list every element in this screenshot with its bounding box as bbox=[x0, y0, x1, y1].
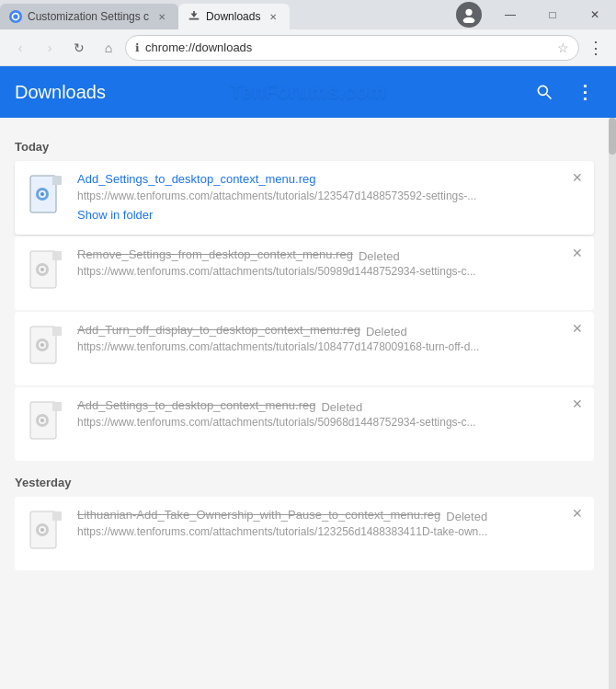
download-name-4: Add_Settings_to_desktop_context_menu.reg bbox=[77, 398, 315, 412]
header-icons: ⋮ bbox=[528, 75, 601, 109]
tab-customization[interactable]: Customization Settings c ✕ bbox=[0, 4, 178, 29]
download-url-4: https://www.tenforums.com/attachments/tu… bbox=[77, 416, 585, 429]
svg-point-32 bbox=[40, 419, 44, 422]
download-name-5: Lithuanian-Add_Take_Ownership_with_Pause… bbox=[77, 508, 440, 522]
scrollbar-track[interactable] bbox=[609, 118, 616, 689]
tab-downloads-label: Downloads bbox=[206, 10, 260, 23]
deleted-badge-5: Deleted bbox=[446, 510, 487, 523]
download-url-3: https://www.tenforums.com/attachments/tu… bbox=[77, 340, 585, 353]
svg-rect-17 bbox=[52, 251, 62, 260]
tab-bar: Customization Settings c ✕ Downloads ✕ bbox=[0, 0, 449, 29]
svg-rect-29 bbox=[52, 402, 62, 411]
download-item-1: Add_Settings_to_desktop_context_menu.reg… bbox=[15, 161, 594, 235]
deleted-badge-4: Deleted bbox=[321, 400, 362, 414]
svg-point-20 bbox=[40, 268, 44, 271]
window-controls: — □ ✕ bbox=[489, 0, 616, 29]
download-info-2: Remove_Settings_from_desktop_context_men… bbox=[77, 247, 585, 281]
title-bar: Customization Settings c ✕ Downloads ✕ —… bbox=[0, 0, 616, 29]
download-info-3: Add_Turn_off_display_to_desktop_context_… bbox=[77, 323, 585, 357]
user-avatar[interactable] bbox=[456, 2, 482, 28]
download-info-5: Lithuanian-Add_Take_Ownership_with_Pause… bbox=[77, 508, 585, 542]
reload-button[interactable]: ↻ bbox=[66, 35, 92, 61]
download-item-3: Add_Turn_off_display_to_desktop_context_… bbox=[15, 312, 594, 385]
main-content: Today Add_Settings_to_desktop_context_me… bbox=[0, 118, 616, 689]
dismiss-button-2[interactable]: ✕ bbox=[568, 244, 587, 262]
forward-button[interactable]: › bbox=[37, 35, 63, 61]
download-name-2: Remove_Settings_from_desktop_context_men… bbox=[77, 247, 353, 261]
tab-customization-close[interactable]: ✕ bbox=[154, 9, 169, 24]
svg-point-14 bbox=[40, 192, 44, 196]
scrollbar-thumb[interactable] bbox=[609, 118, 616, 155]
downloads-header: Downloads TenForums.com ⋮ bbox=[0, 66, 616, 118]
svg-rect-23 bbox=[52, 327, 62, 336]
svg-point-38 bbox=[40, 528, 44, 532]
svg-point-26 bbox=[40, 343, 44, 347]
file-icon-3 bbox=[24, 323, 68, 367]
dismiss-button-1[interactable]: ✕ bbox=[568, 168, 587, 187]
svg-rect-11 bbox=[52, 176, 62, 185]
svg-point-2 bbox=[13, 14, 17, 18]
download-item-4: Add_Settings_to_desktop_context_menu.reg… bbox=[15, 387, 594, 461]
download-info-1: Add_Settings_to_desktop_context_menu.reg… bbox=[77, 172, 585, 223]
user-icon-area bbox=[449, 2, 489, 28]
deleted-badge-3: Deleted bbox=[366, 325, 407, 339]
name-row-5: Lithuanian-Add_Take_Ownership_with_Pause… bbox=[77, 508, 585, 525]
file-icon-5 bbox=[24, 508, 68, 552]
scroll-area: Today Add_Settings_to_desktop_context_me… bbox=[0, 118, 609, 689]
download-url-1: https://www.tenforums.com/attachments/tu… bbox=[77, 189, 585, 202]
svg-point-5 bbox=[465, 9, 472, 16]
search-button[interactable] bbox=[528, 75, 561, 109]
section-today-heading: Today bbox=[15, 140, 594, 154]
svg-marker-4 bbox=[191, 11, 198, 17]
download-item-5: Lithuanian-Add_Take_Ownership_with_Pause… bbox=[15, 497, 594, 570]
home-button[interactable]: ⌂ bbox=[96, 35, 121, 61]
download-name-3: Add_Turn_off_display_to_desktop_context_… bbox=[77, 323, 360, 337]
dismiss-button-5[interactable]: ✕ bbox=[568, 504, 587, 522]
dismiss-button-4[interactable]: ✕ bbox=[568, 395, 587, 413]
downloads-title: Downloads bbox=[15, 82, 528, 103]
tab-customization-label: Customization Settings c bbox=[28, 10, 149, 23]
download-info-4: Add_Settings_to_desktop_context_menu.reg… bbox=[77, 398, 585, 432]
show-in-folder-1[interactable]: Show in folder bbox=[77, 208, 153, 222]
minimize-button[interactable]: — bbox=[489, 0, 531, 29]
info-icon: ℹ bbox=[135, 41, 140, 54]
svg-point-6 bbox=[463, 17, 475, 23]
chrome-icon bbox=[9, 10, 22, 23]
download-name-1[interactable]: Add_Settings_to_desktop_context_menu.reg bbox=[77, 172, 585, 186]
download-item-2: Remove_Settings_from_desktop_context_men… bbox=[15, 236, 594, 310]
bookmark-icon[interactable]: ☆ bbox=[557, 40, 569, 55]
section-yesterday-heading: Yesterday bbox=[15, 476, 594, 489]
download-url-5: https://www.tenforums.com/attachments/tu… bbox=[77, 525, 585, 538]
file-icon-1 bbox=[24, 172, 68, 216]
dismiss-button-3[interactable]: ✕ bbox=[568, 319, 587, 338]
more-actions-button[interactable]: ⋮ bbox=[568, 75, 601, 109]
name-row-4: Add_Settings_to_desktop_context_menu.reg… bbox=[77, 398, 585, 416]
download-tab-icon bbox=[188, 10, 200, 23]
svg-point-7 bbox=[538, 86, 547, 95]
download-url-2: https://www.tenforums.com/attachments/tu… bbox=[77, 265, 585, 278]
tab-downloads[interactable]: Downloads ✕ bbox=[178, 4, 290, 29]
file-icon-2 bbox=[24, 247, 68, 292]
svg-rect-3 bbox=[189, 18, 200, 20]
address-bar[interactable]: ℹ chrome://downloads ☆ bbox=[125, 35, 579, 61]
maximize-button[interactable]: □ bbox=[531, 0, 574, 29]
browser-menu-button[interactable]: ⋮ bbox=[583, 35, 609, 61]
close-button[interactable]: ✕ bbox=[574, 0, 616, 29]
tab-downloads-close[interactable]: ✕ bbox=[266, 9, 280, 24]
file-icon-4 bbox=[24, 398, 68, 442]
svg-rect-35 bbox=[52, 511, 62, 521]
name-row-3: Add_Turn_off_display_to_desktop_context_… bbox=[77, 323, 585, 340]
back-button[interactable]: ‹ bbox=[7, 35, 33, 61]
address-text: chrome://downloads bbox=[145, 40, 552, 54]
name-row-2: Remove_Settings_from_desktop_context_men… bbox=[77, 247, 585, 265]
svg-line-8 bbox=[547, 95, 552, 99]
deleted-badge-2: Deleted bbox=[359, 249, 400, 263]
nav-bar: ‹ › ↻ ⌂ ℹ chrome://downloads ☆ ⋮ bbox=[0, 29, 616, 66]
